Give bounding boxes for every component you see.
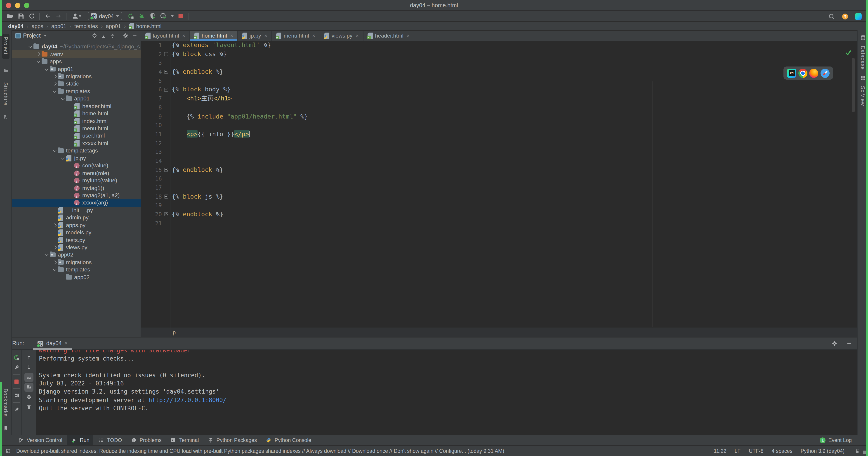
- toolwindow-button-terminal[interactable]: Terminal: [166, 435, 203, 445]
- code-area[interactable]: 1{% extends 'layout.html' %}2{% block cs…: [141, 41, 857, 228]
- status-widget[interactable]: 11:22: [714, 448, 726, 454]
- restore-layout-icon[interactable]: [12, 391, 21, 400]
- run-console-output[interactable]: Watching for file changes with StatReloa…: [36, 350, 868, 435]
- expand-selected-icon[interactable]: [109, 32, 116, 39]
- tree-item-app02[interactable]: app02: [12, 274, 141, 281]
- chevron-down-icon[interactable]: [51, 269, 58, 271]
- tree-item-apps.py[interactable]: apps.py: [12, 222, 141, 229]
- clear-console-icon[interactable]: [24, 403, 33, 412]
- code-line-15[interactable]: 15{% endblock %}: [141, 165, 857, 174]
- tree-item-con(value)[interactable]: fcon(value): [12, 162, 141, 169]
- code-line-14[interactable]: 14: [141, 156, 857, 165]
- tree-item-migrations[interactable]: migrations: [12, 73, 141, 80]
- gear-icon[interactable]: [122, 32, 129, 39]
- toolwindow-button-version-control[interactable]: Version Control: [13, 435, 66, 445]
- chevron-down-icon[interactable]: [51, 150, 58, 152]
- tree-item-day04[interactable]: day04~/PycharmProjects/5x_django_s: [12, 43, 141, 51]
- chevron-right-icon[interactable]: [51, 224, 58, 226]
- stop-icon[interactable]: [12, 377, 21, 386]
- print-icon[interactable]: [24, 393, 33, 402]
- toolwindow-button-problems[interactable]: Problems: [127, 435, 165, 445]
- fold-marker[interactable]: [164, 88, 168, 92]
- chevron-down-icon[interactable]: [43, 254, 50, 256]
- tree-item-menu.html[interactable]: Hmenu.html: [12, 125, 141, 132]
- chevron-down-icon[interactable]: [44, 35, 46, 37]
- pycharm-browser-icon[interactable]: PC: [787, 68, 796, 78]
- tree-item-mytag2(a1, a2)[interactable]: fmytag2(a1, a2): [12, 192, 141, 199]
- forward-icon[interactable]: [53, 11, 64, 21]
- close-icon[interactable]: ×: [355, 33, 359, 39]
- search-everywhere-icon[interactable]: [828, 13, 835, 20]
- profile-button[interactable]: [158, 11, 169, 21]
- status-widget[interactable]: 4 spaces: [772, 448, 793, 454]
- run-configuration-select[interactable]: dj day04: [88, 12, 122, 20]
- tree-item-apps[interactable]: apps: [12, 58, 141, 65]
- code-line-3[interactable]: 3: [141, 59, 857, 67]
- save-all-icon[interactable]: [16, 11, 26, 21]
- editor[interactable]: 1{% extends 'layout.html' %}2{% block cs…: [141, 41, 857, 327]
- pin-tab-icon[interactable]: [12, 405, 21, 414]
- fold-marker[interactable]: [164, 70, 168, 74]
- breadcrumb-item[interactable]: apps: [31, 23, 43, 29]
- tree-item-views.py[interactable]: views.py: [12, 244, 141, 251]
- breadcrumb-item[interactable]: day04: [8, 23, 24, 29]
- chevron-down-icon[interactable]: [59, 98, 66, 100]
- down-stacktrace-icon[interactable]: [24, 363, 33, 372]
- code-line-13[interactable]: 13: [141, 148, 857, 156]
- rerun-button[interactable]: [125, 11, 136, 21]
- collapse-all-icon[interactable]: [100, 32, 107, 39]
- up-stacktrace-icon[interactable]: [24, 353, 33, 362]
- code-line-2[interactable]: 2{% block css %}: [141, 50, 857, 58]
- tab-menu.html[interactable]: Hmenu.html×: [272, 31, 320, 41]
- toolwindow-button-python-console[interactable]: Python Console: [261, 435, 315, 445]
- run-tab[interactable]: dj day04 ×: [32, 337, 73, 349]
- tree-item-templatetags[interactable]: templatetags: [12, 147, 141, 154]
- fold-marker[interactable]: [164, 212, 168, 217]
- tree-item-jp.py[interactable]: jp.py: [12, 154, 141, 162]
- breadcrumb-item[interactable]: Hhome.html: [129, 23, 161, 29]
- chevron-down-icon[interactable]: [43, 68, 50, 70]
- debug-button[interactable]: [136, 11, 147, 21]
- sciview-table-icon[interactable]: [859, 74, 866, 81]
- tree-item-templates[interactable]: templates: [12, 88, 141, 95]
- fold-marker[interactable]: [164, 52, 168, 56]
- tree-item-index.html[interactable]: Hindex.html: [12, 117, 141, 125]
- toolwindow-button-python-packages[interactable]: Python Packages: [204, 435, 260, 445]
- code-line-18[interactable]: 18{% block js %}: [141, 192, 857, 201]
- tool-strip-structure-button[interactable]: Structure: [3, 83, 8, 106]
- status-widget[interactable]: LF: [735, 448, 741, 454]
- stop-button[interactable]: [175, 11, 186, 21]
- code-line-11[interactable]: 11 <p>{{ info }}</p>: [141, 130, 857, 139]
- event-log-button[interactable]: 1 Event Log: [819, 437, 852, 443]
- code-line-20[interactable]: 20{% endblock %}: [141, 210, 857, 219]
- chevron-down-icon[interactable]: [59, 158, 66, 159]
- status-message[interactable]: Download pre-built shared indexes: Reduc…: [16, 448, 504, 454]
- tree-item-app01[interactable]: app01: [12, 65, 141, 73]
- breadcrumb-item[interactable]: templates: [74, 23, 98, 29]
- close-icon[interactable]: ×: [182, 33, 185, 39]
- chevron-right-icon[interactable]: [51, 246, 58, 249]
- tab-jp.py[interactable]: jp.py×: [238, 31, 272, 41]
- tool-strip-project-button[interactable]: Project: [2, 34, 9, 59]
- code-line-16[interactable]: 16: [141, 174, 857, 183]
- tool-strip-bookmarks-button[interactable]: Bookmarks: [3, 389, 8, 417]
- tool-strip-database-button[interactable]: Database: [860, 46, 866, 70]
- tab-header.html[interactable]: Hheader.html×: [363, 31, 414, 41]
- tool-strip-sciview-button[interactable]: SciView: [860, 86, 866, 106]
- server-url-link[interactable]: http://127.0.0.1:8000/: [149, 397, 226, 403]
- code-line-12[interactable]: 12: [141, 139, 857, 147]
- tree-item-static[interactable]: static: [12, 80, 141, 88]
- database-icon[interactable]: [859, 34, 866, 41]
- soft-wrap-icon[interactable]: [24, 373, 33, 382]
- tool-window-switcher-icon[interactable]: [4, 447, 12, 454]
- status-widget[interactable]: Python 3.9 (day04): [801, 448, 844, 454]
- inspections-ok-icon[interactable]: [844, 49, 852, 56]
- chrome-icon[interactable]: [798, 68, 807, 78]
- chevron-down-icon[interactable]: [35, 61, 41, 62]
- tree-item-tests.py[interactable]: tests.py: [12, 236, 141, 244]
- fold-marker[interactable]: [164, 195, 168, 199]
- project-folder-icon[interactable]: [2, 67, 9, 75]
- close-icon[interactable]: ×: [264, 33, 268, 39]
- firefox-icon[interactable]: [809, 68, 818, 78]
- tree-item-__init__.py[interactable]: __init__.py: [12, 206, 141, 214]
